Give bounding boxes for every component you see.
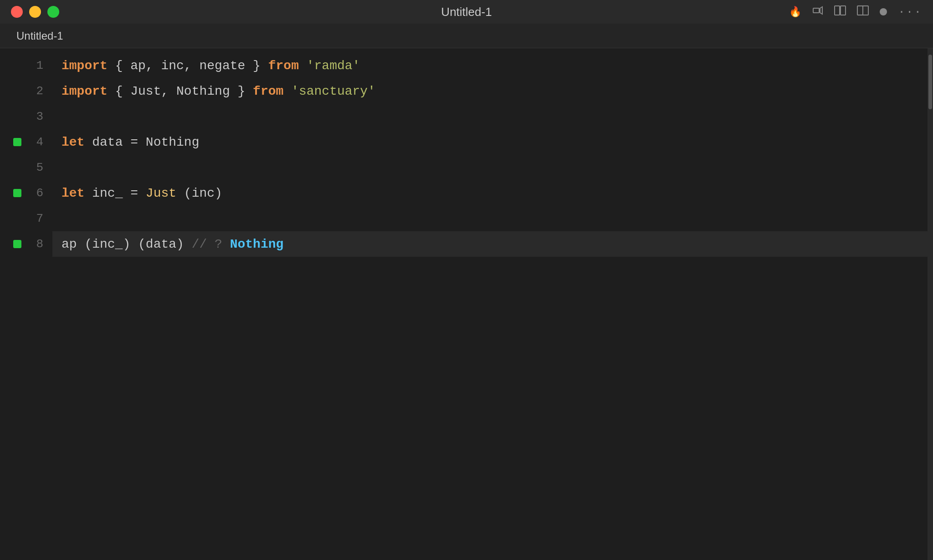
editor-area: 1 2 3 4 5 6 7 8 import { ap, inc, negate… (0, 48, 933, 560)
svg-rect-0 (813, 8, 819, 13)
gutter-row-6 (0, 180, 25, 206)
token-result-nothing: Nothing (230, 237, 284, 251)
token-identifiers-2: Just, Nothing (130, 84, 230, 98)
token-let-4: let (62, 135, 84, 149)
gutter-row-8 (0, 231, 25, 257)
breakpoint-indicator-6[interactable] (13, 189, 21, 197)
close-button[interactable] (11, 6, 23, 18)
token-from-1: from (268, 59, 299, 73)
gutter-row-7 (0, 206, 25, 231)
token-brace-open-1: { (108, 59, 130, 73)
window-title: Untitled-1 (441, 5, 492, 19)
code-line-7 (62, 206, 928, 231)
line-num-6: 6 (25, 180, 52, 206)
token-import-2: import (62, 84, 108, 98)
gutter (0, 48, 25, 560)
line-num-7: 7 (25, 206, 52, 231)
more-options-icon[interactable]: ··· (898, 5, 922, 19)
layout-icon[interactable] (857, 5, 869, 19)
code-line-3 (62, 104, 928, 129)
line-num-8: 8 (25, 231, 52, 257)
token-brace-open-2: { (108, 84, 130, 98)
line-num-2: 2 (25, 78, 52, 104)
svg-rect-2 (835, 6, 840, 15)
breakpoint-indicator-8[interactable] (13, 240, 21, 248)
gutter-row-3 (0, 104, 25, 129)
tab-untitled-1[interactable]: Untitled-1 (9, 26, 71, 46)
split-editor-icon[interactable] (834, 5, 846, 19)
token-string-sanctuary: 'sanctuary' (291, 84, 375, 98)
scrollbar[interactable] (928, 48, 933, 560)
code-area[interactable]: import { ap, inc, negate } from 'ramda' … (52, 48, 928, 560)
token-ap-call: ap (inc_) (data) (62, 237, 192, 251)
gutter-row-1 (0, 53, 25, 78)
token-string-ramda: 'ramda' (307, 59, 360, 73)
gutter-row-2 (0, 78, 25, 104)
code-line-8: ap (inc_) (data) // ? Nothing (52, 231, 928, 257)
line-num-5: 5 (25, 155, 52, 180)
scrollbar-thumb[interactable] (928, 55, 932, 109)
token-inc-eq: inc_ = (84, 186, 145, 200)
broadcast-icon[interactable] (812, 5, 823, 19)
breakpoint-indicator-4[interactable] (13, 138, 21, 146)
token-identifiers-1: ap, inc, negate (130, 59, 245, 73)
traffic-lights (11, 6, 59, 18)
code-line-1: import { ap, inc, negate } from 'ramda' (62, 53, 928, 78)
line-num-3: 3 (25, 104, 52, 129)
maximize-button[interactable] (47, 6, 59, 18)
gutter-row-5 (0, 155, 25, 180)
token-from-2: from (253, 84, 283, 98)
minimize-button[interactable] (29, 6, 41, 18)
line-num-1: 1 (25, 53, 52, 78)
token-import-1: import (62, 59, 108, 73)
token-inc-parens: (inc) (176, 186, 222, 200)
code-line-2: import { Just, Nothing } from 'sanctuary… (62, 78, 928, 104)
code-line-6: let inc_ = Just (inc) (62, 180, 928, 206)
line-num-4: 4 (25, 129, 52, 155)
toolbar-icons: 🔥 ··· (789, 5, 922, 19)
title-bar: Untitled-1 🔥 ··· (0, 0, 933, 24)
token-space-1 (299, 59, 307, 73)
svg-rect-3 (841, 6, 846, 15)
token-brace-close-2: } (230, 84, 253, 98)
token-let-6: let (62, 186, 84, 200)
token-data-nothing: data = Nothing (84, 135, 199, 149)
code-line-5 (62, 155, 928, 180)
code-line-4: let data = Nothing (62, 129, 928, 155)
gutter-row-4 (0, 129, 25, 155)
tab-bar: Untitled-1 (0, 24, 933, 48)
token-just: Just (146, 186, 176, 200)
token-comment: // ? (192, 237, 230, 251)
svg-marker-1 (820, 7, 822, 14)
line-numbers: 1 2 3 4 5 6 7 8 (25, 48, 52, 560)
token-space-2 (283, 84, 291, 98)
flame-icon[interactable]: 🔥 (789, 6, 801, 18)
unsaved-indicator (880, 8, 887, 15)
token-brace-close-1: } (245, 59, 268, 73)
